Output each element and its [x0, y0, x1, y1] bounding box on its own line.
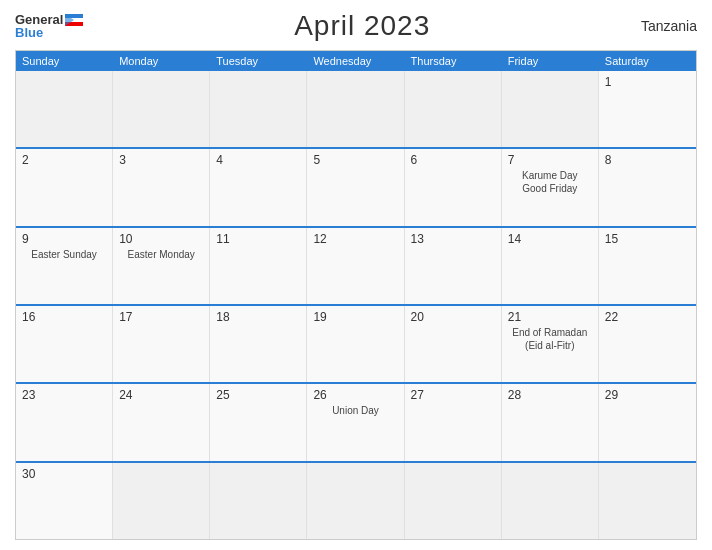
- calendar-cell: [210, 71, 307, 147]
- day-number: 18: [216, 310, 300, 324]
- calendar-cell: [210, 463, 307, 539]
- day-number: 28: [508, 388, 592, 402]
- calendar-cell: 12: [307, 228, 404, 304]
- day-number: 17: [119, 310, 203, 324]
- calendar-cell: 24: [113, 384, 210, 460]
- day-number: 19: [313, 310, 397, 324]
- day-number: 16: [22, 310, 106, 324]
- calendar-cell: 25: [210, 384, 307, 460]
- calendar-cell: [307, 463, 404, 539]
- calendar-cell: [16, 71, 113, 147]
- calendar-cell: 22: [599, 306, 696, 382]
- calendar-cell: [307, 71, 404, 147]
- event-label: Karume Day: [508, 169, 592, 182]
- day-number: 13: [411, 232, 495, 246]
- day-number: 12: [313, 232, 397, 246]
- col-tuesday: Tuesday: [210, 51, 307, 71]
- calendar-cell: 6: [405, 149, 502, 225]
- calendar-cell: [113, 71, 210, 147]
- calendar-cell: 14: [502, 228, 599, 304]
- day-number: 15: [605, 232, 690, 246]
- day-number: 2: [22, 153, 106, 167]
- col-monday: Monday: [113, 51, 210, 71]
- calendar-cell: 17: [113, 306, 210, 382]
- calendar-cell: 18: [210, 306, 307, 382]
- event-label: Easter Sunday: [22, 248, 106, 261]
- calendar-row: 23242526Union Day272829: [16, 382, 696, 460]
- calendar-cell: [405, 463, 502, 539]
- day-number: 25: [216, 388, 300, 402]
- day-number: 3: [119, 153, 203, 167]
- calendar-cell: 15: [599, 228, 696, 304]
- day-number: 29: [605, 388, 690, 402]
- day-number: 4: [216, 153, 300, 167]
- calendar-cell: 10Easter Monday: [113, 228, 210, 304]
- header: General Blue April 2023 Tanzania: [15, 10, 697, 42]
- day-number: 30: [22, 467, 106, 481]
- calendar: Sunday Monday Tuesday Wednesday Thursday…: [15, 50, 697, 540]
- calendar-cell: 4: [210, 149, 307, 225]
- calendar-cell: 8: [599, 149, 696, 225]
- day-number: 23: [22, 388, 106, 402]
- col-sunday: Sunday: [16, 51, 113, 71]
- calendar-cell: 27: [405, 384, 502, 460]
- calendar-cell: 1: [599, 71, 696, 147]
- logo-blue-text: Blue: [15, 26, 43, 39]
- calendar-cell: 23: [16, 384, 113, 460]
- calendar-cell: [113, 463, 210, 539]
- day-number: 11: [216, 232, 300, 246]
- col-wednesday: Wednesday: [307, 51, 404, 71]
- event-label: End of Ramadan (Eid al-Fitr): [508, 326, 592, 352]
- col-thursday: Thursday: [405, 51, 502, 71]
- calendar-row: 234567Karume DayGood Friday8: [16, 147, 696, 225]
- calendar-cell: 29: [599, 384, 696, 460]
- day-number: 1: [605, 75, 690, 89]
- day-number: 26: [313, 388, 397, 402]
- calendar-title: April 2023: [294, 10, 430, 42]
- day-number: 5: [313, 153, 397, 167]
- calendar-row: 30: [16, 461, 696, 539]
- calendar-cell: 28: [502, 384, 599, 460]
- calendar-cell: 19: [307, 306, 404, 382]
- day-number: 27: [411, 388, 495, 402]
- calendar-body: 1234567Karume DayGood Friday89Easter Sun…: [16, 71, 696, 539]
- day-number: 14: [508, 232, 592, 246]
- calendar-cell: 30: [16, 463, 113, 539]
- day-number: 9: [22, 232, 106, 246]
- country-label: Tanzania: [641, 18, 697, 34]
- calendar-row: 1: [16, 71, 696, 147]
- calendar-cell: 9Easter Sunday: [16, 228, 113, 304]
- calendar-header: Sunday Monday Tuesday Wednesday Thursday…: [16, 51, 696, 71]
- calendar-cell: 3: [113, 149, 210, 225]
- calendar-cell: 26Union Day: [307, 384, 404, 460]
- calendar-cell: 5: [307, 149, 404, 225]
- event-label: Good Friday: [508, 182, 592, 195]
- logo-flag-icon: [65, 14, 83, 26]
- calendar-cell: 21End of Ramadan (Eid al-Fitr): [502, 306, 599, 382]
- event-label: Easter Monday: [119, 248, 203, 261]
- day-number: 22: [605, 310, 690, 324]
- calendar-cell: [405, 71, 502, 147]
- calendar-row: 161718192021End of Ramadan (Eid al-Fitr)…: [16, 304, 696, 382]
- logo: General Blue: [15, 13, 83, 39]
- calendar-cell: 11: [210, 228, 307, 304]
- day-number: 20: [411, 310, 495, 324]
- day-number: 6: [411, 153, 495, 167]
- calendar-cell: [502, 71, 599, 147]
- calendar-row: 9Easter Sunday10Easter Monday1112131415: [16, 226, 696, 304]
- calendar-cell: 13: [405, 228, 502, 304]
- calendar-cell: 7Karume DayGood Friday: [502, 149, 599, 225]
- event-label: Union Day: [313, 404, 397, 417]
- calendar-cell: 16: [16, 306, 113, 382]
- calendar-cell: [599, 463, 696, 539]
- day-number: 24: [119, 388, 203, 402]
- calendar-cell: 2: [16, 149, 113, 225]
- calendar-cell: 20: [405, 306, 502, 382]
- col-friday: Friday: [502, 51, 599, 71]
- day-number: 8: [605, 153, 690, 167]
- col-saturday: Saturday: [599, 51, 696, 71]
- day-number: 21: [508, 310, 592, 324]
- day-number: 10: [119, 232, 203, 246]
- page: General Blue April 2023 Tanzania Sunday …: [0, 0, 712, 550]
- calendar-cell: [502, 463, 599, 539]
